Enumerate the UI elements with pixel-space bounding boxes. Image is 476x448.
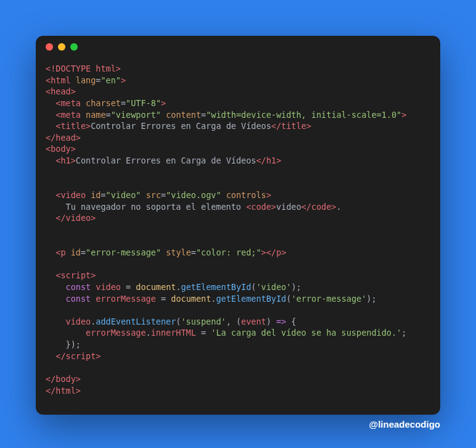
minimize-icon[interactable]: [58, 43, 65, 51]
code-window: <!DOCTYPE html> <html lang="en"> <head> …: [36, 36, 440, 415]
doctype: <!DOCTYPE html>: [46, 64, 121, 73]
close-icon[interactable]: [46, 43, 53, 51]
window-titlebar: [36, 36, 440, 58]
code-block: <!DOCTYPE html> <html lang="en"> <head> …: [36, 58, 440, 406]
zoom-icon[interactable]: [70, 43, 78, 51]
attribution: @lineadecodigo: [369, 419, 440, 429]
h1-text: Controlar Errores en Carga de Vídeos: [76, 156, 256, 165]
page-title-text: Controlar Errores en Carga de Vídeos: [91, 121, 271, 131]
